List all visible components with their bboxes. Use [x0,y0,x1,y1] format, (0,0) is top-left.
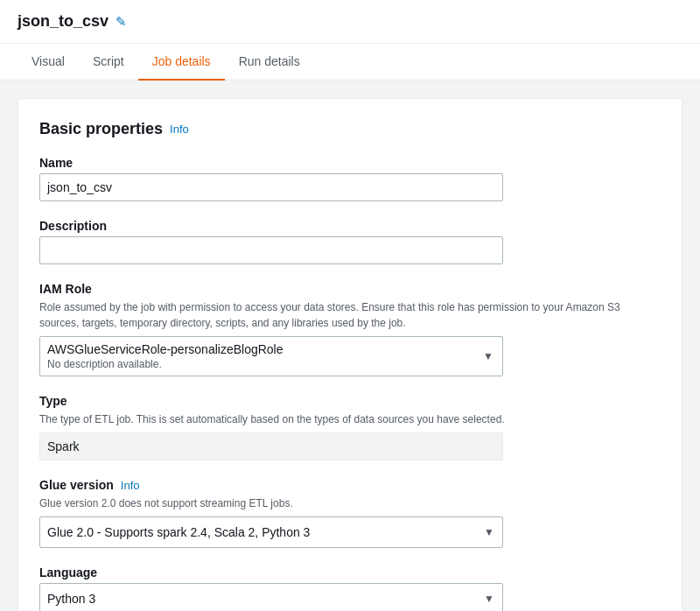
iam-role-label: IAM Role [39,282,661,296]
name-field: Name [39,156,661,201]
language-select-wrapper: Python 3 Scala 2 ▼ [39,583,503,611]
tab-job-details[interactable]: Job details [138,44,225,81]
description-label: Description [39,219,661,233]
name-label: Name [39,156,661,170]
type-value: Spark [39,432,503,460]
language-label: Language [39,565,661,579]
iam-role-select[interactable]: AWSGlueServiceRole-personalizeBlogRole N… [39,336,503,376]
type-field: Type The type of ETL job. This is set au… [39,394,661,460]
iam-role-field: IAM Role Role assumed by the job with pe… [39,282,661,376]
edit-icon[interactable]: ✎ [116,14,127,30]
language-field: Language Python 3 Scala 2 ▼ [39,565,661,611]
language-select[interactable]: Python 3 Scala 2 [39,583,503,611]
app-title: json_to_csv [18,12,108,31]
tab-visual[interactable]: Visual [18,44,79,81]
iam-role-description: Role assumed by the job with permission … [39,299,661,331]
iam-role-selected-desc: No description available. [47,358,474,370]
tab-run-details[interactable]: Run details [225,44,314,81]
glue-version-label: Glue version [39,478,114,492]
header: json_to_csv ✎ [0,0,700,44]
description-field: Description [39,219,661,264]
basic-properties-card: Basic properties Info Name Description I… [18,98,682,611]
glue-version-label-row: Glue version Info [39,478,661,492]
glue-version-description: Glue version 2.0 does not support stream… [39,495,661,511]
section-title: Basic properties [39,120,163,138]
tab-script[interactable]: Script [79,44,138,81]
glue-version-select[interactable]: Glue 2.0 - Supports spark 2.4, Scala 2, … [39,516,503,548]
section-header: Basic properties Info [39,120,661,138]
glue-version-field: Glue version Info Glue version 2.0 does … [39,478,661,548]
type-label: Type [39,394,661,408]
type-description: The type of ETL job. This is set automat… [39,411,661,427]
name-input[interactable] [39,173,503,201]
main-content: Basic properties Info Name Description I… [0,81,700,611]
iam-role-value: AWSGlueServiceRole-personalizeBlogRole [47,342,474,356]
glue-version-info-link[interactable]: Info [121,479,140,492]
description-input[interactable] [39,236,503,264]
section-info-link[interactable]: Info [170,123,189,136]
tabs-bar: Visual Script Job details Run details [0,44,700,81]
iam-role-chevron-icon: ▼ [483,350,494,362]
glue-version-select-wrapper: Glue 2.0 - Supports spark 2.4, Scala 2, … [39,516,503,548]
